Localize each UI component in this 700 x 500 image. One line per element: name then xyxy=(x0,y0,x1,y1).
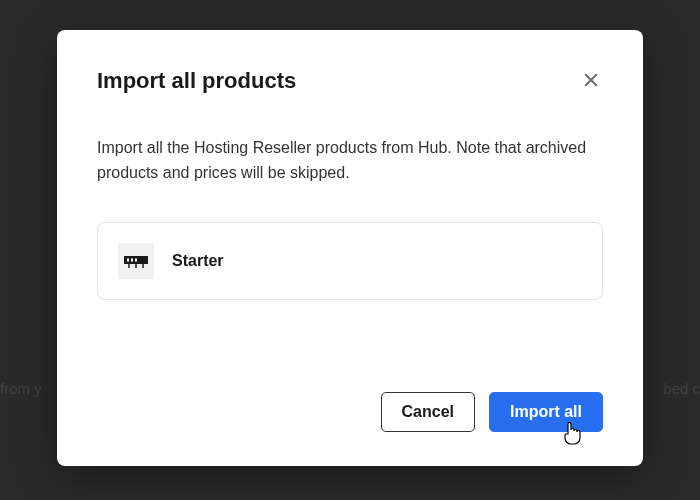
import-products-modal: Import all products Import all the Hosti… xyxy=(57,30,643,466)
svg-rect-3 xyxy=(127,258,129,261)
modal-title: Import all products xyxy=(97,68,296,94)
modal-header: Import all products xyxy=(97,68,603,94)
server-icon xyxy=(123,253,149,269)
product-icon-wrapper xyxy=(118,243,154,279)
svg-rect-5 xyxy=(135,258,137,261)
close-button[interactable] xyxy=(579,68,603,92)
modal-actions: Cancel Import all xyxy=(97,392,603,432)
import-all-button[interactable]: Import all xyxy=(489,392,603,432)
background-text-left: from y xyxy=(0,380,42,397)
product-name: Starter xyxy=(172,252,224,270)
product-card: Starter xyxy=(97,222,603,300)
background-text-right: bed c xyxy=(663,380,700,397)
svg-rect-4 xyxy=(131,258,133,261)
close-icon xyxy=(582,71,600,89)
cancel-button[interactable]: Cancel xyxy=(381,392,475,432)
modal-description: Import all the Hosting Reseller products… xyxy=(97,136,603,186)
